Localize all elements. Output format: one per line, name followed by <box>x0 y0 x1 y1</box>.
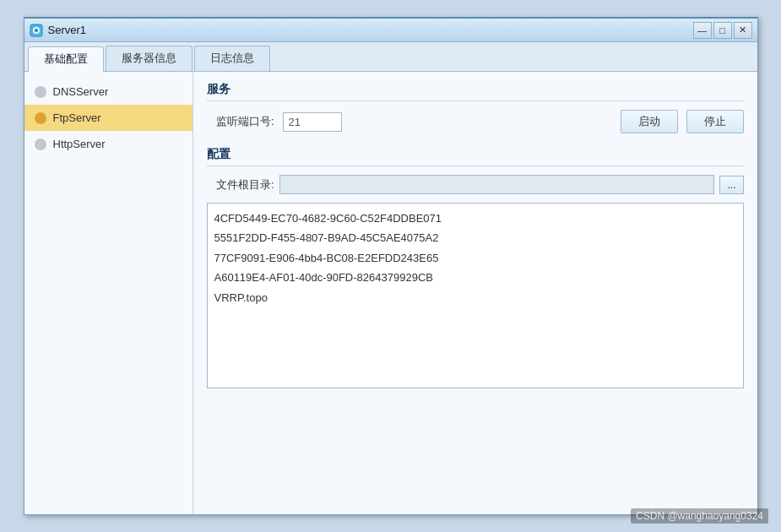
tab-basic-config[interactable]: 基础配置 <box>28 46 104 72</box>
file-entry-1: 5551F2DD-F455-4807-B9AD-45C5AE4075A2 <box>214 228 736 247</box>
ftp-dot <box>35 112 46 124</box>
sidebar: DNSServer FtpServer HttpServer <box>24 72 193 514</box>
file-entry-4: VRRP.topo <box>214 288 736 307</box>
port-input[interactable] <box>283 112 342 132</box>
file-entry-3: A60119E4-AF01-40dc-90FD-8264379929CB <box>214 268 736 287</box>
dir-label: 文件根目录: <box>207 177 274 193</box>
window-icon <box>30 24 43 37</box>
close-button[interactable]: ✕ <box>734 22 752 39</box>
main-window: Server1 — □ ✕ 基础配置 服务器信息 日志信息 DNSServer … <box>24 17 758 515</box>
config-section: 配置 文件根目录: ... 4CFD5449-EC70-4682-9C60-C5… <box>207 147 744 388</box>
http-dot <box>35 138 46 150</box>
tab-bar: 基础配置 服务器信息 日志信息 <box>24 42 757 72</box>
tab-log-info[interactable]: 日志信息 <box>194 46 270 71</box>
title-bar: Server1 — □ ✕ <box>24 19 757 42</box>
config-section-title: 配置 <box>207 147 744 166</box>
file-list-box: 4CFD5449-EC70-4682-9C60-C52F4DDBE071 555… <box>207 203 744 388</box>
dns-dot <box>35 86 46 98</box>
main-content: DNSServer FtpServer HttpServer 服务 监听端口号:… <box>24 72 757 514</box>
stop-button[interactable]: 停止 <box>686 110 744 133</box>
window-title: Server1 <box>48 24 693 36</box>
start-button[interactable]: 启动 <box>621 110 678 133</box>
minimize-button[interactable]: — <box>693 22 712 39</box>
port-label: 监听端口号: <box>207 114 274 129</box>
sidebar-item-ftp[interactable]: FtpServer <box>24 105 193 131</box>
title-buttons: — □ ✕ <box>693 22 752 39</box>
file-entry-2: 77CF9091-E906-4bb4-BC08-E2EFDD243E65 <box>214 248 736 268</box>
file-entry-0: 4CFD5449-EC70-4682-9C60-C52F4DDBE071 <box>214 209 736 228</box>
tab-server-info[interactable]: 服务器信息 <box>106 46 193 71</box>
svg-point-2 <box>35 29 38 32</box>
dir-row: 文件根目录: ... <box>207 175 744 194</box>
service-section-title: 服务 <box>207 82 744 101</box>
dir-input[interactable] <box>279 175 715 194</box>
sidebar-item-http-label: HttpServer <box>53 138 106 150</box>
sidebar-item-dns[interactable]: DNSServer <box>24 79 193 105</box>
content-area: 服务 监听端口号: 启动 停止 配置 文件根目录: ... <box>193 72 757 514</box>
sidebar-item-ftp-label: FtpServer <box>53 111 101 124</box>
maximize-button[interactable]: □ <box>713 22 732 39</box>
port-row: 监听端口号: 启动 停止 <box>207 110 744 133</box>
sidebar-item-dns-label: DNSServer <box>53 85 109 98</box>
browse-button[interactable]: ... <box>719 176 743 194</box>
service-section: 服务 监听端口号: 启动 停止 <box>207 82 744 133</box>
sidebar-item-http[interactable]: HttpServer <box>24 131 193 157</box>
